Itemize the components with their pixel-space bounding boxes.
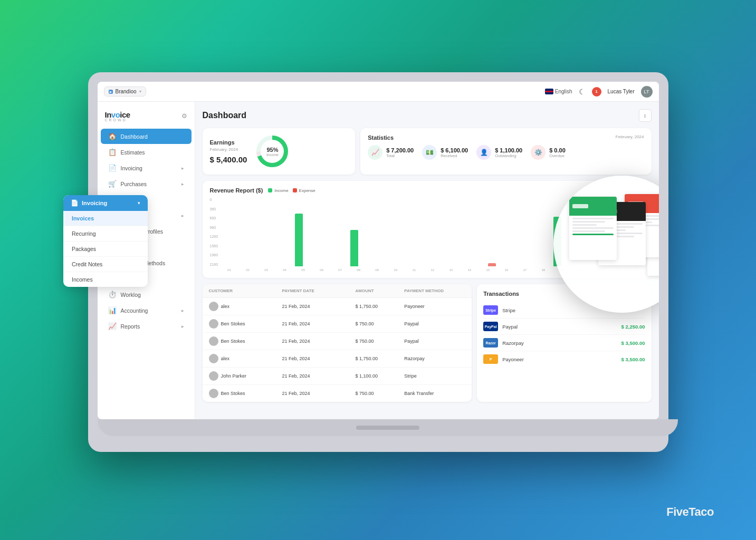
table-row: alex 21 Feb, 2024 $ 1,750.00 Payoneer [203, 298, 472, 315]
stat-received-label: Received [441, 153, 468, 158]
language-selector[interactable]: English [545, 89, 572, 94]
stat-overdue-value: $ 0.00 [549, 147, 566, 153]
laptop-screen: ▣ Brandioo ▾ English ☾ 1 Lucas Tyler LT [98, 82, 659, 419]
stat-overdue-label: Overdue [549, 153, 566, 158]
x-label: 14 [461, 268, 477, 272]
fivetaco-label: FiveTaco [666, 505, 714, 518]
settings-icon[interactable]: ⚙ [181, 112, 187, 120]
earnings-info: Earnings February, 2024 $ 5,400.00 [210, 139, 247, 164]
submenu-popup-header[interactable]: 📄 Invoicing ▾ [63, 195, 148, 211]
cell-amount: $ 750.00 [356, 339, 405, 344]
submenu-item-incomes[interactable]: Incomes [63, 272, 148, 287]
customer-avatar [209, 389, 218, 398]
submenu-header-arrow-icon: ▾ [138, 200, 140, 206]
x-label: 08 [350, 268, 367, 272]
sidebar-item-estimates[interactable]: 📋 Estimates [101, 144, 192, 160]
stats-cards-row: Earnings February, 2024 $ 5,400.00 [203, 128, 652, 175]
table-row: Ben Stokes 21 Feb, 2024 $ 750.00 Paypal [203, 315, 472, 333]
submenu-item-invoices[interactable]: Invoices [63, 211, 148, 226]
bar-group [350, 230, 367, 266]
inv-content-green [569, 216, 617, 239]
sidebar-item-worklog[interactable]: ⏱️ Worklog [101, 287, 192, 302]
txn-logo-razorpay: Razor [483, 338, 498, 348]
sidebar-label-accounting: Accounting [121, 307, 148, 314]
customer-avatar [209, 336, 218, 346]
reports-icon: 📈 [108, 322, 117, 330]
submenu-item-packages[interactable]: Packages [63, 242, 148, 257]
x-label: 02 [240, 268, 256, 272]
statistics-date: February, 2024 [616, 134, 644, 139]
earnings-amount: $ 5,400.00 [210, 155, 247, 164]
header-action-button[interactable]: ↕ [639, 109, 652, 122]
accounting-icon: 📊 [108, 306, 117, 314]
sidebar-label-worklog: Worklog [121, 292, 141, 298]
cell-amount: $ 1,100.00 [356, 373, 405, 379]
payments-table: Customer Payment Date Amount Payment Met… [203, 284, 472, 402]
cell-date: 21 Feb, 2024 [282, 339, 356, 344]
txn-name: Razorpay [502, 340, 617, 346]
cell-customer: Ben Stokes [209, 336, 282, 346]
legend-income-dot [268, 188, 272, 192]
legend-expense-label: Expense [299, 188, 315, 193]
transaction-item: Razor Razorpay $ 3,500.00 [483, 335, 645, 351]
sidebar-label-reports: Reports [121, 323, 140, 330]
col-customer: Customer [209, 288, 282, 293]
user-avatar[interactable]: LT [641, 86, 653, 98]
notification-badge[interactable]: 1 [592, 87, 601, 97]
sidebar-item-dashboard[interactable]: 🏠 Dashboard [101, 129, 192, 144]
income-bar [295, 214, 303, 266]
chart-title: Revenue Report ($) [210, 187, 263, 194]
customer-avatar [209, 354, 218, 363]
statistics-card: Statistics February, 2024 📈 $ 7,200.00 T… [360, 128, 651, 175]
submenu-item-credit-notes[interactable]: Credit Notes [63, 257, 148, 272]
chart-y-axis: 2160 1960 1560 1260 960 600 360 0 [210, 198, 218, 266]
submenu-item-recurring[interactable]: Recurring [63, 226, 148, 242]
customers-arrow-icon: ▸ [181, 213, 184, 218]
x-label: 06 [313, 268, 330, 272]
theme-toggle-icon[interactable]: ☾ [579, 88, 586, 96]
sidebar-item-purchases[interactable]: 🛒 Purchases ▸ [101, 176, 192, 191]
legend-expense: Expense [293, 188, 315, 193]
logo-sub: CROWD [105, 118, 130, 122]
stat-outstanding-icon: 👤 [476, 145, 491, 160]
bar-group [480, 263, 496, 266]
purchases-icon: 🛒 [108, 180, 117, 188]
table-row: Ben Stokes 21 Feb, 2024 $ 750.00 Bank Tr… [203, 385, 472, 402]
cell-date: 21 Feb, 2024 [282, 373, 356, 379]
invoicing-icon: 📄 [108, 164, 117, 172]
customer-avatar [209, 319, 218, 329]
page-title: Dashboard [203, 111, 247, 120]
reports-arrow-icon: ▸ [181, 324, 184, 329]
sidebar-item-accounting[interactable]: 📊 Accounting ▸ [101, 303, 192, 318]
x-label: 11 [406, 268, 422, 272]
stat-outstanding: 👤 $ 1,100.00 Outstanding [476, 145, 522, 160]
top-bar: ▣ Brandioo ▾ English ☾ 1 Lucas Tyler LT [98, 82, 659, 102]
cell-method: Stripe [404, 373, 465, 379]
sidebar-item-invoicing[interactable]: 📄 Invoicing ▸ [101, 160, 192, 176]
stat-total-label: Total [386, 153, 414, 158]
worklog-icon: ⏱️ [108, 291, 117, 298]
inv-logo-strip [572, 204, 588, 208]
brand-name: Brandioo [116, 89, 137, 94]
cell-amount: $ 750.00 [356, 321, 405, 326]
brand-selector[interactable]: ▣ Brandioo ▾ [104, 86, 146, 97]
sidebar-item-reports[interactable]: 📈 Reports ▸ [101, 319, 192, 334]
table-body: alex 21 Feb, 2024 $ 1,750.00 Payoneer Be… [203, 298, 472, 402]
laptop-notch [356, 426, 419, 430]
app-body: Invoice CROWD ⚙ 🏠 Dashboard 📋 Estimates … [98, 102, 659, 419]
donut-label: 95% Income [266, 147, 279, 157]
stat-total-icon: 📈 [368, 145, 382, 160]
legend-expense-dot [293, 188, 297, 192]
submenu-header-icon: 📄 [71, 199, 79, 207]
txn-logo-paypal: PayPal [483, 322, 498, 331]
transaction-item: P Payoneer $ 3,500.00 [483, 351, 645, 367]
cell-date: 21 Feb, 2024 [282, 321, 356, 326]
invoicing-submenu-popup: 📄 Invoicing ▾ Invoices Recurring Package… [63, 195, 148, 287]
donut-percent: 95% [266, 147, 279, 153]
x-label: 13 [443, 268, 459, 272]
dashboard-header: Dashboard ↕ [203, 109, 652, 122]
chart-legend: Income Expense [268, 188, 315, 193]
x-label: 18 [535, 268, 551, 272]
cell-date: 21 Feb, 2024 [282, 391, 356, 396]
earnings-card: Earnings February, 2024 $ 5,400.00 [203, 128, 356, 175]
